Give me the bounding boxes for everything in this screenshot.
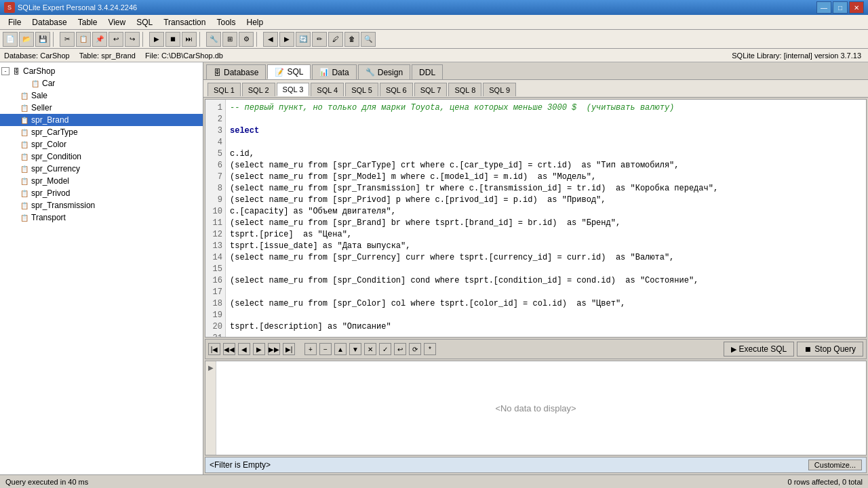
tb-cut[interactable]: ✂ xyxy=(60,32,75,47)
nav-last[interactable]: ▶| xyxy=(283,343,295,355)
line-numbers: 12345 678910 1112131415 1617181920 21222… xyxy=(205,100,226,337)
sep1 xyxy=(73,52,77,60)
sqltab-6[interactable]: SQL 6 xyxy=(380,83,413,96)
tree-item-car[interactable]: 📋 Car xyxy=(0,77,203,89)
view-tabs: 🗄 Database 📝 SQL 📊 Data 🔧 Design DDL xyxy=(203,62,868,80)
tb-fwd[interactable]: ▶ xyxy=(279,32,294,47)
nav-undo2[interactable]: ↩ xyxy=(394,343,406,355)
tree-root-item[interactable]: - 🗄 CarShop xyxy=(0,65,203,77)
nav-first[interactable]: |◀ xyxy=(208,343,220,355)
minimize-button[interactable]: — xyxy=(816,1,831,14)
tb-undo[interactable]: ↩ xyxy=(108,32,123,47)
customize-button[interactable]: Customize... xyxy=(808,460,862,470)
sql-editor[interactable]: 12345 678910 1112131415 1617181920 21222… xyxy=(205,99,867,338)
label-sprcartype: spr_CarType xyxy=(31,127,78,137)
tb-edit[interactable]: ✏ xyxy=(312,32,327,47)
tree-item-seller[interactable]: 📋 Seller xyxy=(0,102,203,114)
menu-table[interactable]: Table xyxy=(73,16,103,28)
stop-query-button[interactable]: ⏹ Stop Query xyxy=(797,342,863,357)
menu-help[interactable]: Help xyxy=(241,16,269,28)
tree-item-spr-currency[interactable]: 📋 spr_Currency xyxy=(0,163,203,175)
tb-redo[interactable]: ↪ xyxy=(125,32,140,47)
table-icon-sprmodel: 📋 xyxy=(19,176,30,186)
nav-prev[interactable]: ◀ xyxy=(238,343,250,355)
tab-database[interactable]: 🗄 Database xyxy=(206,64,266,79)
tb-delete[interactable]: 🗑 xyxy=(344,32,359,47)
tree-item-spr-condition[interactable]: 📋 spr_Condition xyxy=(0,150,203,163)
label-sprmodel: spr_Model xyxy=(31,176,69,186)
tb-new[interactable]: 📄 xyxy=(3,32,18,47)
sqltab-1[interactable]: SQL 1 xyxy=(208,83,241,96)
nav-next-page[interactable]: ▶▶ xyxy=(268,343,280,355)
table-icon-sprcolor: 📋 xyxy=(19,139,30,150)
tab-ddl[interactable]: DDL xyxy=(412,64,443,79)
menu-file[interactable]: File xyxy=(3,16,26,28)
nav-down[interactable]: ▼ xyxy=(349,343,361,355)
menu-view[interactable]: View xyxy=(102,16,131,28)
sql-tab-icon: 📝 xyxy=(275,68,284,77)
sqltab-9[interactable]: SQL 9 xyxy=(483,83,516,96)
tb-pencil[interactable]: 🖊 xyxy=(328,32,343,47)
label-seller: Seller xyxy=(31,103,52,113)
tree-item-spr-cartype[interactable]: 📋 spr_CarType xyxy=(0,126,203,138)
nav-prev-page[interactable]: ◀◀ xyxy=(223,343,235,355)
sqltab-8[interactable]: SQL 8 xyxy=(448,83,481,96)
sqltab-4[interactable]: SQL 4 xyxy=(311,83,344,96)
table-icon-sprprivod: 📋 xyxy=(19,188,30,199)
tb-refresh[interactable]: 🔄 xyxy=(296,32,311,47)
sqltab-3[interactable]: SQL 3 xyxy=(277,83,310,96)
tab-sql[interactable]: 📝 SQL xyxy=(267,64,311,79)
toolbar: 📄 📂 💾 ✂ 📋 📌 ↩ ↪ ▶ ⏹ ⏭ 🔧 ⊞ ⚙ ◀ ▶ 🔄 ✏ 🖊 🗑 … xyxy=(0,30,868,49)
tb-paste[interactable]: 📌 xyxy=(92,32,107,47)
sql-code-content[interactable]: -- первый пункт, но только для марки Toy… xyxy=(226,100,866,337)
tb-filter[interactable]: 🔧 xyxy=(206,32,221,47)
sqltab-2[interactable]: SQL 2 xyxy=(242,83,275,96)
sqltab-5[interactable]: SQL 5 xyxy=(345,83,378,96)
tb-next[interactable]: ⏭ xyxy=(182,32,197,47)
tab-data-label: Data xyxy=(332,68,349,77)
root-expand[interactable]: - xyxy=(1,67,9,75)
tree-item-spr-model[interactable]: 📋 spr_Model xyxy=(0,175,203,187)
nav-up[interactable]: ▲ xyxy=(334,343,347,355)
window-controls: — □ ✕ xyxy=(816,1,864,14)
tb-save[interactable]: 💾 xyxy=(35,32,50,47)
tb-stop[interactable]: ⏹ xyxy=(165,32,180,47)
tb-settings[interactable]: ⚙ xyxy=(239,32,254,47)
sqltab-7[interactable]: SQL 7 xyxy=(414,83,448,96)
nav-cancel[interactable]: ✕ xyxy=(364,343,376,355)
maximize-button[interactable]: □ xyxy=(833,1,848,14)
close-button[interactable]: ✕ xyxy=(849,1,864,14)
sep2 xyxy=(138,52,142,60)
menu-database[interactable]: Database xyxy=(26,16,72,28)
tree-item-spr-brand[interactable]: 📋 spr_Brand xyxy=(0,114,203,126)
label-car: Car xyxy=(42,79,55,88)
nav-confirm[interactable]: ✓ xyxy=(379,343,391,355)
tree-item-spr-color[interactable]: 📋 spr_Color xyxy=(0,138,203,150)
tb-copy[interactable]: 📋 xyxy=(76,32,91,47)
tb-play[interactable]: ▶ xyxy=(149,32,164,47)
results-area: ▶ <No data to display> xyxy=(205,361,867,455)
menu-transaction[interactable]: Transaction xyxy=(158,16,211,28)
filter-text: <Filter is Empty> xyxy=(210,460,271,470)
tree-item-spr-privod[interactable]: 📋 spr_Privod xyxy=(0,187,203,199)
menu-tools[interactable]: Tools xyxy=(211,16,241,28)
tree-item-sale[interactable]: 📋 Sale xyxy=(0,89,203,102)
tab-design[interactable]: 🔧 Design xyxy=(358,64,410,79)
tb-back[interactable]: ◀ xyxy=(263,32,278,47)
menu-sql[interactable]: SQL xyxy=(131,16,158,28)
nav-refresh[interactable]: ⟳ xyxy=(409,343,421,355)
tb-open[interactable]: 📂 xyxy=(19,32,34,47)
nav-asterisk[interactable]: * xyxy=(424,343,436,355)
tb-grid[interactable]: ⊞ xyxy=(222,32,237,47)
nav-add[interactable]: + xyxy=(304,343,317,355)
tab-data[interactable]: 📊 Data xyxy=(312,64,356,79)
execute-icon: ▶ xyxy=(731,345,736,354)
nav-next[interactable]: ▶ xyxy=(253,343,265,355)
tb-search[interactable]: 🔍 xyxy=(361,32,376,47)
tree-item-spr-transmission[interactable]: 📋 spr_Transmission xyxy=(0,199,203,211)
label-sprcolor: spr_Color xyxy=(31,140,66,149)
nav-remove[interactable]: − xyxy=(319,343,332,355)
content-area: 🗄 Database 📝 SQL 📊 Data 🔧 Design DDL SQL… xyxy=(203,62,868,474)
execute-sql-button[interactable]: ▶ Execute SQL xyxy=(724,342,795,357)
tree-item-transport[interactable]: 📋 Transport xyxy=(0,211,203,224)
